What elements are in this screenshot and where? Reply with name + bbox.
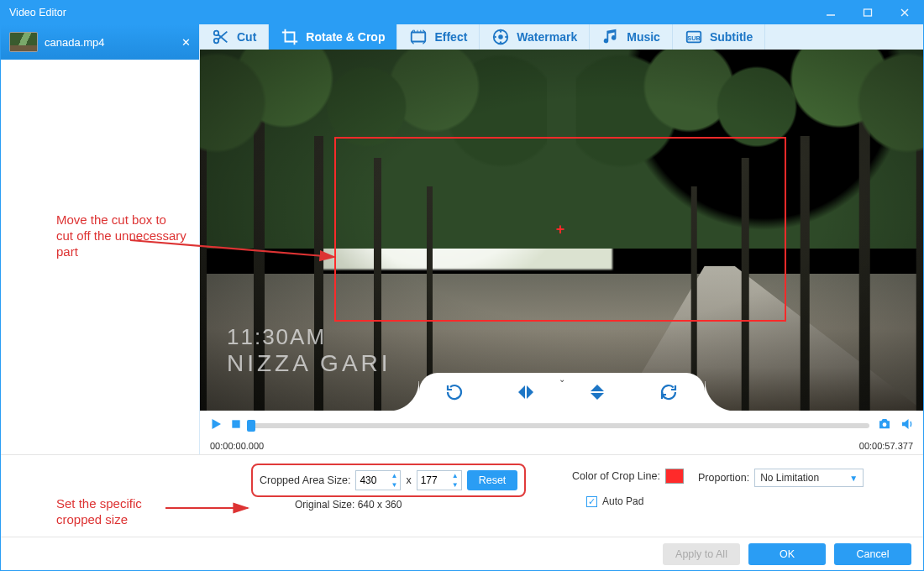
seek-knob[interactable]	[247, 420, 255, 432]
svg-rect-1	[864, 9, 872, 16]
dock-collapse-icon[interactable]: ⌄	[559, 375, 565, 384]
reset-rotation-button[interactable]	[656, 380, 681, 405]
proportion-label: Proportion:	[698, 472, 749, 484]
crop-width-input[interactable]: ▲▼	[355, 470, 401, 490]
crop-center-icon: +	[556, 221, 565, 238]
crop-height-input[interactable]: ▲▼	[417, 470, 462, 490]
svg-point-13	[495, 36, 496, 38]
cropped-size-label: Cropped Area Size:	[260, 474, 350, 486]
tab-effect[interactable]: Effect	[397, 24, 480, 50]
music-icon	[601, 28, 620, 46]
flip-vertical-button[interactable]	[585, 380, 610, 405]
ok-button[interactable]: OK	[748, 543, 826, 565]
tab-cut-label: Cut	[237, 30, 256, 44]
crop-line-label: Color of Crop Line:	[572, 470, 660, 482]
crop-height-down[interactable]: ▼	[449, 480, 461, 490]
crop-line-color-group: Color of Crop Line:	[572, 469, 684, 484]
file-close-icon[interactable]: ✕	[181, 36, 191, 49]
svg-point-5	[214, 39, 219, 44]
flip-horizontal-button[interactable]	[513, 380, 538, 405]
scissors-icon	[212, 28, 230, 46]
playback-bar	[200, 411, 923, 441]
proportion-group: Proportion: No Limitation ▼	[698, 469, 864, 487]
close-button[interactable]	[886, 1, 923, 24]
svg-text:SUB: SUB	[687, 34, 700, 42]
svg-point-11	[500, 30, 501, 32]
stop-button[interactable]	[230, 418, 242, 433]
subtitle-icon: SUB	[685, 28, 703, 46]
volume-button[interactable]	[900, 416, 915, 435]
video-overlay-time: 11:30AM	[227, 324, 391, 350]
video-overlay-place: NIZZA GARI	[227, 350, 391, 377]
annotation-arrow-2	[164, 500, 256, 518]
minimize-button[interactable]	[812, 1, 849, 24]
crop-height-field[interactable]	[417, 471, 449, 490]
title-bar: Video Editor	[1, 1, 923, 24]
footer: Apply to All OK Cancel	[1, 537, 923, 570]
auto-pad-group: ✓ Auto Pad	[586, 495, 643, 507]
apply-to-all-button[interactable]: Apply to All	[663, 543, 740, 565]
time-current: 00:00:00.000	[210, 441, 264, 451]
window-title: Video Editor	[9, 7, 66, 18]
tool-tabs: Cut Rotate & Crop Effect	[200, 24, 923, 50]
tab-rotate-crop-label: Rotate & Crop	[306, 30, 385, 44]
file-thumbnail	[9, 32, 38, 52]
crop-width-up[interactable]: ▲	[388, 471, 400, 480]
chevron-down-icon: ▼	[849, 474, 858, 483]
svg-rect-17	[232, 420, 239, 427]
file-name: canada.mp4	[45, 36, 105, 49]
time-total: 00:00:57.377	[859, 441, 913, 451]
effect-icon	[409, 28, 428, 46]
cropped-size-group: Cropped Area Size: ▲▼ x ▲▼ Reset	[251, 464, 526, 497]
svg-point-14	[506, 36, 507, 38]
tab-music-label: Music	[627, 30, 660, 44]
tab-music[interactable]: Music	[590, 24, 673, 50]
tab-watermark-label: Watermark	[517, 30, 577, 44]
dimension-x: x	[406, 474, 411, 486]
seek-track[interactable]	[249, 423, 869, 428]
svg-rect-8	[412, 33, 426, 42]
file-tab[interactable]: canada.mp4 ✕	[1, 24, 199, 60]
proportion-select[interactable]: No Limitation ▼	[754, 469, 864, 487]
crop-line-color-swatch[interactable]	[665, 469, 684, 484]
snapshot-button[interactable]	[876, 416, 893, 435]
auto-pad-checkbox[interactable]: ✓	[586, 496, 597, 507]
svg-line-19	[130, 240, 334, 257]
crop-width-field[interactable]	[356, 471, 388, 490]
crop-height-up[interactable]: ▲	[449, 471, 461, 480]
crop-width-down[interactable]: ▼	[388, 480, 400, 490]
svg-point-4	[214, 31, 219, 36]
svg-point-12	[500, 41, 501, 43]
svg-point-10	[499, 34, 504, 39]
app-window: Video Editor canada.mp4 ✕	[0, 0, 924, 571]
tab-rotate-crop[interactable]: Rotate & Crop	[269, 24, 397, 50]
play-button[interactable]	[208, 416, 223, 435]
rotate-right-button[interactable]	[442, 380, 467, 405]
video-overlay-text: 11:30AM NIZZA GARI	[227, 324, 391, 377]
original-size-label: Original Size: 640 x 360	[295, 499, 402, 511]
tab-cut[interactable]: Cut	[200, 24, 269, 50]
cancel-button[interactable]: Cancel	[834, 543, 911, 565]
svg-point-18	[883, 422, 887, 427]
auto-pad-label: Auto Pad	[602, 495, 643, 507]
tab-watermark[interactable]: Watermark	[480, 24, 590, 50]
reset-button[interactable]: Reset	[467, 470, 518, 490]
maximize-button[interactable]	[849, 1, 886, 24]
tab-subtitle-label: Subtitle	[710, 30, 753, 44]
tab-subtitle[interactable]: SUB Subtitle	[673, 24, 765, 50]
tab-effect-label: Effect	[434, 30, 467, 44]
crop-box[interactable]: +	[334, 137, 786, 322]
crop-icon	[281, 28, 299, 46]
rotate-flip-dock: ⌄	[419, 373, 705, 411]
proportion-value: No Limitation	[760, 472, 819, 484]
watermark-icon	[491, 28, 510, 46]
annotation-arrow-1	[126, 225, 344, 275]
